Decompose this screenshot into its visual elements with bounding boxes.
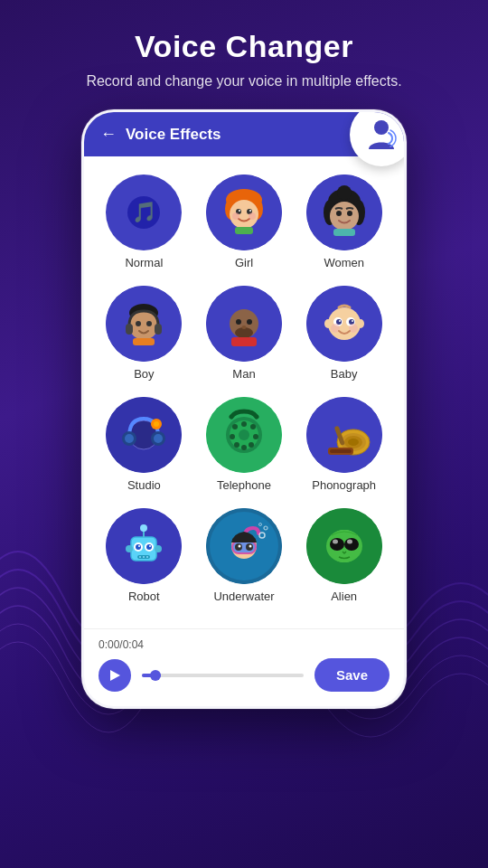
effect-girl-label: Girl xyxy=(235,256,253,269)
effect-alien[interactable]: Alien xyxy=(298,508,389,603)
svg-point-86 xyxy=(146,544,152,550)
svg-point-104 xyxy=(238,545,240,548)
svg-point-40 xyxy=(328,307,361,340)
phone-frame: ← Voice Effects 🎵 Normal xyxy=(81,109,407,709)
svg-point-62 xyxy=(241,421,247,427)
svg-point-112 xyxy=(330,538,344,551)
save-button[interactable]: Save xyxy=(314,658,389,692)
svg-point-20 xyxy=(330,202,359,231)
svg-point-105 xyxy=(249,545,251,548)
app-title: Voice Changer xyxy=(86,29,401,64)
svg-rect-14 xyxy=(235,227,253,234)
svg-point-76 xyxy=(348,439,359,446)
svg-point-22 xyxy=(347,211,352,216)
progress-bar[interactable] xyxy=(142,674,304,677)
effect-baby[interactable]: Baby xyxy=(298,286,389,381)
svg-point-115 xyxy=(347,540,352,544)
svg-point-37 xyxy=(241,326,246,329)
time-label: 0:00/0:04 xyxy=(99,638,389,651)
effect-women-label: Women xyxy=(324,256,364,269)
effect-man-label: Man xyxy=(232,367,255,381)
svg-point-56 xyxy=(154,434,163,443)
svg-point-88 xyxy=(149,545,151,547)
svg-point-67 xyxy=(234,442,239,448)
svg-rect-93 xyxy=(143,556,145,558)
effect-baby-label: Baby xyxy=(331,367,358,381)
app-subtitle: Record and change your voice in multiple… xyxy=(86,71,401,91)
svg-rect-31 xyxy=(133,338,155,345)
effect-studio-label: Studio xyxy=(127,478,161,492)
svg-text:🎵: 🎵 xyxy=(132,200,157,224)
svg-point-29 xyxy=(136,321,141,326)
svg-rect-38 xyxy=(231,337,257,346)
effect-studio[interactable]: Studio xyxy=(99,397,190,492)
svg-point-0 xyxy=(374,120,389,135)
effect-boy-label: Boy xyxy=(134,367,154,381)
svg-point-11 xyxy=(249,210,251,212)
effect-man[interactable]: Man xyxy=(199,286,290,381)
svg-point-65 xyxy=(249,442,254,448)
effect-normal[interactable]: 🎵 Normal xyxy=(99,175,190,269)
effect-girl[interactable]: Girl xyxy=(199,175,290,269)
effect-phonograph-label: Phonograph xyxy=(312,478,376,492)
svg-point-70 xyxy=(239,429,249,440)
progress-dot xyxy=(150,670,161,681)
effect-underwater-label: Underwater xyxy=(213,590,274,603)
player-controls: Save xyxy=(99,658,389,692)
svg-rect-27 xyxy=(126,324,133,335)
svg-point-114 xyxy=(333,540,338,544)
svg-rect-92 xyxy=(139,556,141,558)
svg-rect-79 xyxy=(330,449,352,453)
svg-point-43 xyxy=(336,319,342,325)
svg-point-96 xyxy=(155,545,162,552)
svg-point-63 xyxy=(250,424,256,429)
effects-grid: 🎵 Normal xyxy=(99,175,389,603)
svg-point-55 xyxy=(125,434,134,443)
effect-underwater[interactable]: Underwater xyxy=(199,508,290,603)
effect-women[interactable]: Women xyxy=(298,175,389,269)
svg-point-49 xyxy=(324,319,332,328)
svg-point-45 xyxy=(339,320,341,322)
svg-point-64 xyxy=(253,434,258,439)
player-section: 0:00/0:04 Save xyxy=(84,628,404,706)
effect-normal-label: Normal xyxy=(125,256,163,269)
svg-rect-28 xyxy=(155,324,162,335)
svg-point-12 xyxy=(232,212,239,220)
svg-point-85 xyxy=(136,544,141,550)
header-section: Voice Changer Record and change your voi… xyxy=(68,0,419,106)
back-button[interactable]: ← xyxy=(100,125,117,144)
svg-point-68 xyxy=(230,434,235,439)
svg-point-113 xyxy=(344,538,359,551)
effect-alien-label: Alien xyxy=(331,590,357,603)
svg-point-50 xyxy=(357,319,364,328)
effect-telephone-label: Telephone xyxy=(217,478,271,492)
effect-robot[interactable]: Robot xyxy=(99,508,190,603)
svg-point-21 xyxy=(336,211,342,216)
svg-point-36 xyxy=(247,319,252,325)
svg-point-95 xyxy=(126,545,133,552)
svg-point-10 xyxy=(239,210,240,212)
svg-rect-23 xyxy=(333,229,355,236)
effect-robot-label: Robot xyxy=(128,590,160,603)
svg-point-58 xyxy=(154,421,159,427)
top-bar-title: Voice Effects xyxy=(126,126,221,144)
svg-point-69 xyxy=(232,424,238,429)
content-area: 🎵 Normal xyxy=(84,156,404,628)
svg-point-35 xyxy=(236,319,241,325)
svg-point-30 xyxy=(146,321,152,326)
svg-point-90 xyxy=(140,524,147,532)
svg-rect-94 xyxy=(146,556,148,558)
svg-point-19 xyxy=(337,185,352,200)
svg-point-87 xyxy=(138,545,140,547)
effect-telephone[interactable]: Telephone xyxy=(199,397,290,492)
effect-phonograph[interactable]: Phonograph xyxy=(298,397,389,492)
effect-boy[interactable]: Boy xyxy=(99,286,190,381)
play-button[interactable] xyxy=(99,659,131,692)
svg-point-66 xyxy=(241,445,247,450)
svg-point-13 xyxy=(249,212,256,220)
svg-point-46 xyxy=(352,320,353,322)
